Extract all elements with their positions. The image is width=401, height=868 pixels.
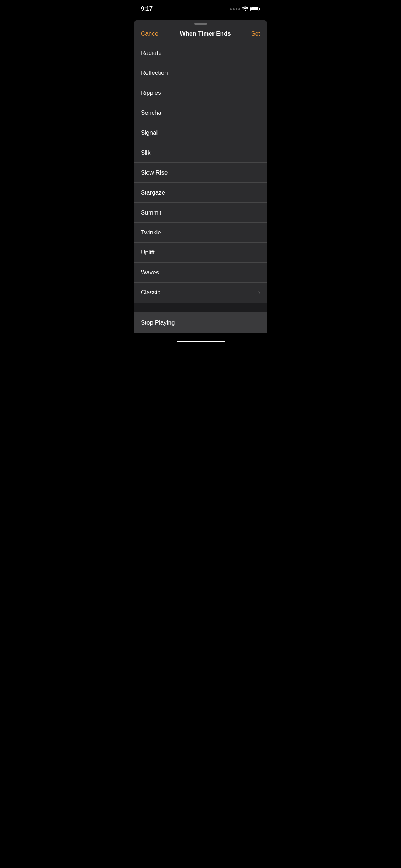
battery-icon [250,7,260,11]
sheet-handle-area [134,20,267,26]
list-item-stargaze[interactable]: Stargaze [134,183,267,203]
list-item-label-slow-rise: Slow Rise [141,169,168,176]
sheet-handle [194,23,207,25]
list-item-sencha[interactable]: Sencha [134,103,267,123]
bottom-safe-area [134,333,267,345]
list-item-label-stargaze: Stargaze [141,189,165,196]
list-item-waves[interactable]: Waves [134,263,267,283]
list-item-label-silk: Silk [141,149,150,156]
list-item-ripples[interactable]: Ripples [134,83,267,103]
list-item-label-radiate: Radiate [141,50,162,57]
nav-bar: Cancel When Timer Ends Set [134,26,267,43]
section-gap [134,303,267,312]
status-time: 9:17 [141,5,153,12]
list-item-label-sencha: Sencha [141,109,161,117]
sound-list: RadiateReflectionRipplesSenchaSignalSilk… [134,43,267,303]
list-item-summit[interactable]: Summit [134,203,267,223]
list-item-radiate[interactable]: Radiate [134,43,267,63]
stop-playing-label: Stop Playing [141,319,175,326]
cancel-button[interactable]: Cancel [141,30,160,37]
stop-playing-item[interactable]: Stop Playing [134,312,267,333]
list-item-slow-rise[interactable]: Slow Rise [134,163,267,183]
list-item-label-waves: Waves [141,269,159,276]
list-item-uplift[interactable]: Uplift [134,243,267,263]
list-item-silk[interactable]: Silk [134,143,267,163]
set-button[interactable]: Set [251,30,260,37]
list-item-signal[interactable]: Signal [134,123,267,143]
status-icons [230,6,260,12]
sheet-top [134,16,267,20]
chevron-right-icon: › [258,289,260,296]
list-item-label-summit: Summit [141,209,161,216]
list-item-classic[interactable]: Classic› [134,283,267,303]
list-item-twinkle[interactable]: Twinkle [134,223,267,243]
list-item-label-classic: Classic [141,289,160,296]
stop-playing-section: Stop Playing [134,312,267,333]
list-item-label-signal: Signal [141,129,158,136]
list-item-label-reflection: Reflection [141,69,168,77]
list-item-reflection[interactable]: Reflection [134,63,267,83]
wifi-icon [242,6,248,12]
signal-icon [230,8,240,10]
list-item-label-twinkle: Twinkle [141,229,161,236]
list-item-label-uplift: Uplift [141,249,155,256]
status-bar: 9:17 [134,0,267,16]
home-indicator [177,341,225,342]
list-item-label-ripples: Ripples [141,89,161,97]
nav-title: When Timer Ends [180,30,231,37]
